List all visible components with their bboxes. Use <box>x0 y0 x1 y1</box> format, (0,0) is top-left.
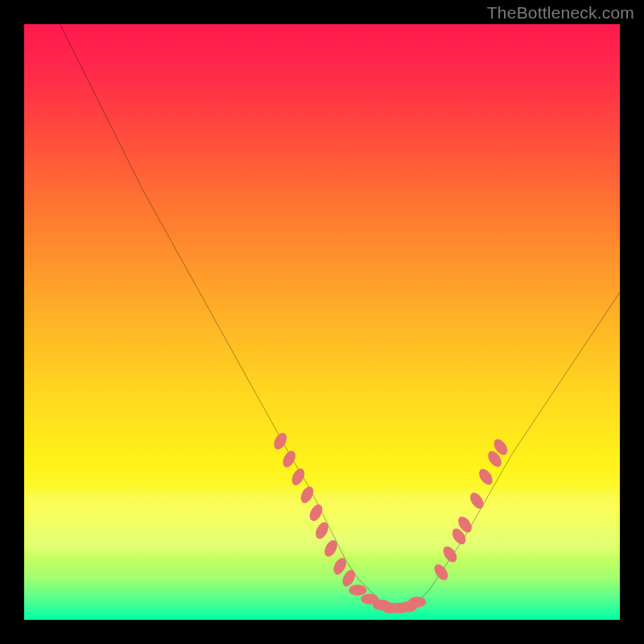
data-marker <box>271 431 289 452</box>
watermark-text: TheBottleneck.com <box>487 3 634 23</box>
data-marker <box>280 448 298 469</box>
chart-stage: TheBottleneck.com <box>0 0 644 644</box>
data-marker <box>289 466 307 487</box>
data-marker <box>431 562 451 583</box>
data-markers <box>271 431 510 613</box>
data-marker <box>477 466 496 487</box>
data-marker <box>440 544 460 565</box>
curve-layer <box>24 24 620 620</box>
data-marker <box>313 520 331 541</box>
plot-area <box>24 24 620 620</box>
data-marker <box>349 584 366 595</box>
data-marker <box>408 597 426 607</box>
bottleneck-curve <box>60 24 620 608</box>
data-marker <box>468 490 487 511</box>
data-marker <box>298 485 316 506</box>
data-marker <box>322 538 340 559</box>
data-marker <box>308 502 325 523</box>
